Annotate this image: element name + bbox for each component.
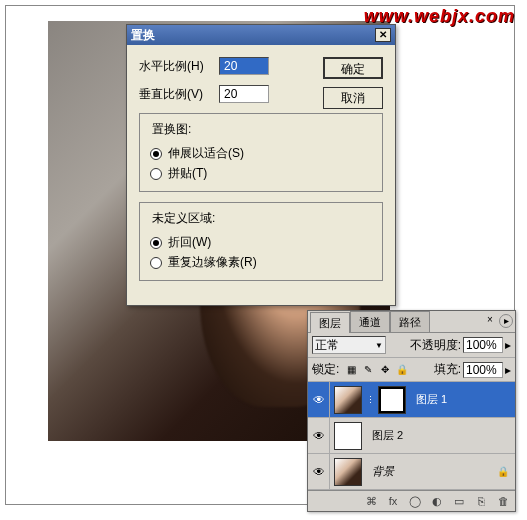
layer-name[interactable]: 图层 1	[410, 392, 515, 407]
tile-option[interactable]: 拼贴(T)	[150, 165, 372, 182]
link-icon[interactable]: ⋮	[366, 395, 374, 405]
ok-button[interactable]: 确定	[323, 57, 383, 79]
repeat-label: 重复边缘像素(R)	[168, 254, 257, 271]
stretch-to-fit-option[interactable]: 伸展以适合(S)	[150, 145, 372, 162]
panel-close-icon[interactable]: ×	[483, 314, 497, 328]
group-icon[interactable]: ▭	[451, 494, 467, 508]
add-mask-icon[interactable]: ◯	[407, 494, 423, 508]
layer-fx-icon[interactable]: fx	[385, 494, 401, 508]
displace-dialog: 置换 ✕ 水平比例(H) 垂直比例(V) 确定 取消 置换图: 伸展以适合(S)…	[126, 24, 396, 306]
blend-mode-value: 正常	[315, 337, 339, 354]
radio-icon	[150, 237, 162, 249]
dialog-titlebar[interactable]: 置换 ✕	[127, 25, 395, 45]
radio-icon	[150, 168, 162, 180]
blend-mode-select[interactable]: 正常 ▼	[312, 336, 386, 354]
displacement-map-group: 置换图: 伸展以适合(S) 拼贴(T)	[139, 113, 383, 192]
lock-brush-icon[interactable]: ✎	[361, 363, 375, 377]
stretch-label: 伸展以适合(S)	[168, 145, 244, 162]
undefined-areas-legend: 未定义区域:	[150, 210, 217, 227]
lock-transparent-icon[interactable]: ▦	[344, 363, 358, 377]
lock-icon: 🔒	[497, 466, 509, 477]
chevron-down-icon: ▼	[375, 341, 383, 350]
panel-footer: ⌘ fx ◯ ◐ ▭ ⎘ 🗑	[308, 490, 515, 511]
vertical-scale-label: 垂直比例(V)	[139, 86, 219, 103]
new-layer-icon[interactable]: ⎘	[473, 494, 489, 508]
layers-list: 👁⋮图层 1👁图层 2👁背景🔒	[308, 382, 515, 490]
dialog-title: 置换	[131, 27, 375, 44]
panel-tabs: 图层 通道 路径 × ▸	[308, 311, 515, 333]
wrap-label: 折回(W)	[168, 234, 211, 251]
adjustment-layer-icon[interactable]: ◐	[429, 494, 445, 508]
radio-icon	[150, 148, 162, 160]
close-icon[interactable]: ✕	[375, 28, 391, 42]
delete-layer-icon[interactable]: 🗑	[495, 494, 511, 508]
opacity-input[interactable]: 100%	[463, 337, 503, 353]
horizontal-scale-label: 水平比例(H)	[139, 58, 219, 75]
tile-label: 拼贴(T)	[168, 165, 207, 182]
repeat-edge-option[interactable]: 重复边缘像素(R)	[150, 254, 372, 271]
layer-thumbnail[interactable]	[334, 458, 362, 486]
link-layers-icon[interactable]: ⌘	[363, 494, 379, 508]
undefined-areas-group: 未定义区域: 折回(W) 重复边缘像素(R)	[139, 202, 383, 281]
layer-row[interactable]: 👁⋮图层 1	[308, 382, 515, 418]
opacity-label: 不透明度:	[410, 337, 461, 354]
layers-panel: 图层 通道 路径 × ▸ 正常 ▼ 不透明度: 100% ▸ 锁定: ▦ ✎ ✥…	[307, 310, 516, 512]
layer-thumbnail[interactable]	[334, 386, 362, 414]
fill-input[interactable]: 100%	[463, 362, 503, 378]
fill-value: 100%	[466, 363, 497, 377]
radio-icon	[150, 257, 162, 269]
tab-paths[interactable]: 路径	[390, 311, 430, 332]
lock-move-icon[interactable]: ✥	[378, 363, 392, 377]
visibility-eye-icon[interactable]: 👁	[308, 382, 330, 417]
tab-channels[interactable]: 通道	[350, 311, 390, 332]
cancel-button[interactable]: 取消	[323, 87, 383, 109]
horizontal-scale-input[interactable]	[219, 57, 269, 75]
opacity-value: 100%	[466, 338, 497, 352]
layer-name[interactable]: 图层 2	[366, 428, 515, 443]
chevron-right-icon[interactable]: ▸	[505, 363, 511, 377]
lock-all-icon[interactable]: 🔒	[395, 363, 409, 377]
layer-thumbnail[interactable]	[334, 422, 362, 450]
displacement-map-legend: 置换图:	[150, 121, 193, 138]
visibility-eye-icon[interactable]: 👁	[308, 454, 330, 489]
panel-menu-icon[interactable]: ▸	[499, 314, 513, 328]
layer-name[interactable]: 背景	[366, 464, 497, 479]
layer-row[interactable]: 👁图层 2	[308, 418, 515, 454]
fill-label: 填充:	[434, 361, 461, 378]
wrap-around-option[interactable]: 折回(W)	[150, 234, 372, 251]
visibility-eye-icon[interactable]: 👁	[308, 418, 330, 453]
vertical-scale-input[interactable]	[219, 85, 269, 103]
chevron-right-icon[interactable]: ▸	[505, 338, 511, 352]
lock-label: 锁定:	[312, 361, 339, 378]
layer-row[interactable]: 👁背景🔒	[308, 454, 515, 490]
tab-layers[interactable]: 图层	[310, 312, 350, 333]
mask-thumbnail[interactable]	[378, 386, 406, 414]
